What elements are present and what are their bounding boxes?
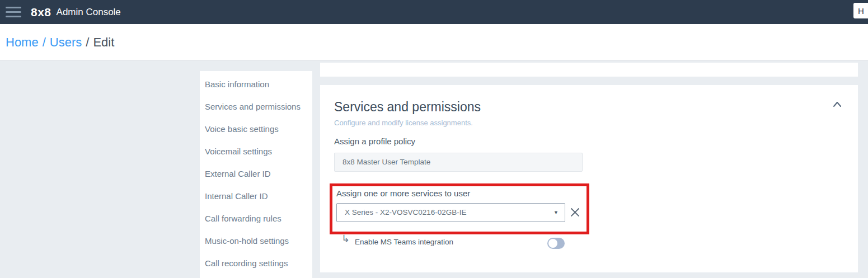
app-header: 8x8 Admin Console H — [0, 0, 868, 24]
toggle-knob — [548, 239, 557, 248]
app-logo: 8x8 — [31, 6, 51, 19]
services-label: Assign one or more services to user — [336, 189, 470, 198]
profile-policy-label: Assign a profile policy — [334, 136, 415, 146]
chevron-down-icon: ▼ — [553, 210, 559, 215]
indent-arrow-icon: ↳ — [341, 233, 350, 245]
help-button[interactable]: H — [853, 3, 868, 18]
hamburger-menu-icon[interactable] — [6, 4, 21, 20]
chevron-up-icon — [833, 101, 842, 107]
highlight-box: Assign one or more services to user X Se… — [330, 183, 589, 234]
section-subtitle: Configure and modify license assignments… — [334, 119, 473, 127]
ms-teams-label: Enable MS Teams integration — [355, 238, 453, 246]
help-button-label: H — [858, 6, 864, 16]
clear-selection-button[interactable] — [570, 207, 581, 218]
breadcrumb-link-users[interactable]: Users — [50, 35, 82, 50]
breadcrumb-separator: / — [86, 35, 89, 50]
settings-nav: Basic information Services and permissio… — [200, 71, 312, 278]
services-permissions-card: Services and permissions Configure and m… — [320, 85, 858, 272]
sidebar-item-voicemail-settings[interactable]: Voicemail settings — [200, 140, 312, 162]
app-title: Admin Console — [57, 7, 121, 18]
sidebar-item-voice-basic-settings[interactable]: Voice basic settings — [200, 117, 312, 140]
sidebar-item-services-and-permissions[interactable]: Services and permissions — [200, 95, 312, 117]
ms-teams-toggle[interactable] — [547, 238, 565, 249]
breadcrumb-link-home[interactable]: Home — [6, 35, 39, 50]
sidebar-item-call-recording-settings[interactable]: Call recording settings — [200, 252, 312, 274]
sidebar-item-call-forwarding-rules[interactable]: Call forwarding rules — [200, 207, 312, 229]
app-screen: 8x8 Admin Console H Home / Users / Edit … — [0, 0, 868, 278]
close-icon — [570, 207, 580, 218]
breadcrumb-current-page: Edit — [93, 35, 114, 50]
sidebar-item-basic-information[interactable]: Basic information — [200, 73, 312, 95]
previous-section-card — [320, 63, 858, 77]
collapse-section-button[interactable] — [829, 97, 845, 111]
sidebar-item-music-on-hold-settings[interactable]: Music-on-hold settings — [200, 229, 312, 252]
breadcrumb: Home / Users / Edit — [0, 24, 868, 61]
services-dropdown[interactable]: X Series - X2-VOSVC0216-02GB-IE ▼ — [336, 203, 565, 222]
section-title: Services and permissions — [334, 100, 481, 115]
services-dropdown-value: X Series - X2-VOSVC0216-02GB-IE — [337, 204, 565, 222]
profile-policy-field[interactable]: 8x8 Master User Template — [334, 153, 583, 172]
sidebar-item-external-caller-id[interactable]: External Caller ID — [200, 162, 312, 185]
breadcrumb-separator: / — [43, 35, 46, 50]
sidebar-item-internal-caller-id[interactable]: Internal Caller ID — [200, 185, 312, 207]
